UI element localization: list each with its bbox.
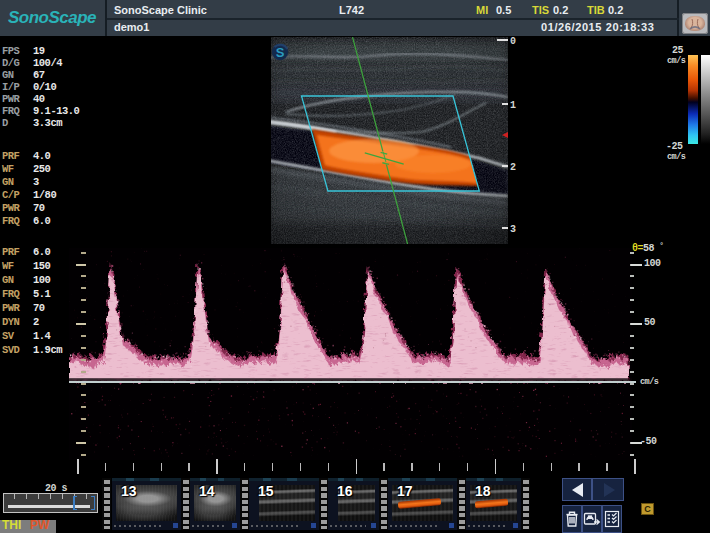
- svg-text:S: S: [276, 45, 285, 60]
